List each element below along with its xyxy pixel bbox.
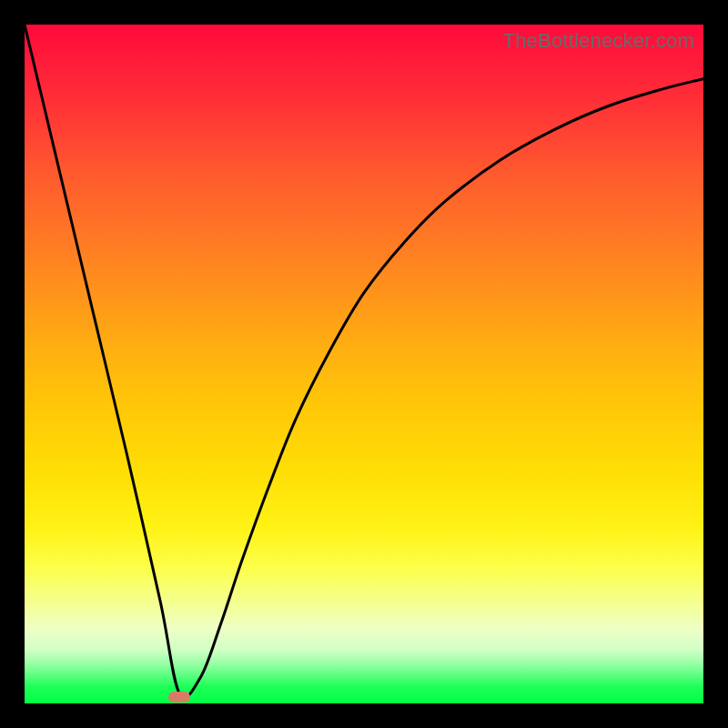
- curve-svg: [25, 25, 703, 703]
- optimal-point-marker: [168, 692, 190, 703]
- plot-area: TheBottlenecker.com: [25, 25, 703, 703]
- bottleneck-curve: [25, 25, 703, 698]
- chart-frame: TheBottlenecker.com: [0, 0, 728, 728]
